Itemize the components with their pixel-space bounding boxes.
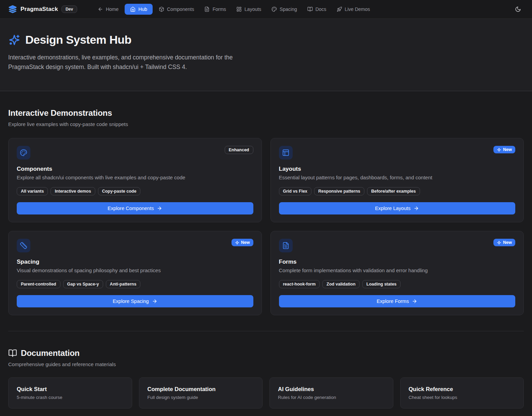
doc-card-title: Quick Reference: [409, 386, 516, 392]
panels-top-left-icon: [279, 146, 293, 160]
nav-item-hub[interactable]: Hub: [125, 4, 153, 15]
explore-layouts-button[interactable]: Explore Layouts: [279, 202, 516, 214]
hero-section: Design System Hub Interactive demonstrat…: [0, 19, 532, 91]
demo-card-forms: New Forms Complete form implementations …: [270, 231, 524, 315]
tag: react-hook-form: [279, 280, 320, 288]
tag: Grid vs Flex: [279, 187, 312, 195]
card-description: Essential layout patterns for pages, das…: [279, 175, 516, 180]
tag: Interactive demos: [51, 187, 95, 195]
palette-icon: [271, 6, 277, 12]
box-icon: [159, 6, 164, 12]
arrow-right-icon: [152, 299, 157, 304]
tag: Loading states: [362, 280, 401, 288]
sparkles-icon: [497, 240, 501, 245]
tag-row: react-hook-form Zod validation Loading s…: [279, 280, 516, 288]
arrow-left-icon: [98, 6, 103, 12]
nav-item-home[interactable]: Home: [94, 4, 123, 15]
doc-card-quick-reference[interactable]: Quick Reference Cheat sheet for lookups: [400, 377, 524, 408]
doc-card-ai-guidelines[interactable]: AI Guidelines Rules for AI code generati…: [269, 377, 393, 408]
nav-item-docs[interactable]: Docs: [303, 4, 331, 15]
demos-section-subtitle: Explore live examples with copy-paste co…: [8, 121, 524, 127]
demo-card-spacing: New Spacing Visual demonstrations of spa…: [8, 231, 262, 315]
tag: Zod validation: [322, 280, 360, 288]
brand[interactable]: PragmaStack Dev: [8, 5, 77, 14]
card-description: Explore all shadcn/ui components with li…: [17, 175, 253, 180]
doc-card-title: Complete Documentation: [148, 386, 254, 392]
home-icon: [130, 6, 136, 12]
card-description: Visual demonstrations of spacing philoso…: [17, 267, 253, 273]
doc-card-description: 5-minute crash course: [17, 395, 124, 400]
doc-card-description: Full design system guide: [148, 395, 254, 400]
demo-cards-grid: Enhanced Components Explore all shadcn/u…: [8, 138, 524, 315]
explore-components-button[interactable]: Explore Components: [17, 202, 253, 214]
tag: Parent-controlled: [17, 280, 60, 288]
arrow-right-icon: [414, 206, 419, 211]
tag: Copy-paste code: [98, 187, 141, 195]
page-title: Design System Hub: [25, 33, 131, 46]
tag-row: Parent-controlled Gap vs Space-y Anti-pa…: [17, 280, 253, 288]
doc-card-description: Cheat sheet for lookups: [409, 395, 516, 400]
explore-spacing-button[interactable]: Explore Spacing: [17, 295, 253, 307]
sparkles-icon: [8, 34, 20, 46]
sparkles-icon: [497, 148, 501, 152]
theme-toggle-button[interactable]: [512, 3, 524, 15]
tag-row: Grid vs Flex Responsive patterns Before/…: [279, 187, 516, 195]
demos-section-title: Interactive Demonstrations: [8, 108, 524, 118]
doc-card-title: Quick Start: [17, 386, 124, 392]
doc-cards-grid: Quick Start 5-minute crash course Comple…: [8, 377, 524, 408]
rocket-icon: [337, 6, 342, 12]
book-open-icon: [8, 349, 17, 358]
tag-row: All variants Interactive demos Copy-past…: [17, 187, 253, 195]
demo-card-layouts: New Layouts Essential layout patterns fo…: [270, 138, 524, 222]
new-badge: New: [493, 146, 515, 153]
layout-dashboard-icon: [236, 6, 242, 12]
doc-card-title: AI Guidelines: [278, 386, 385, 392]
file-text-icon: [204, 6, 210, 12]
nav-item-live-demos[interactable]: Live Demos: [333, 4, 374, 15]
top-navbar: PragmaStack Dev Home Hub Components Fo: [0, 0, 532, 19]
layers-logo-icon: [8, 5, 17, 14]
section-divider: [8, 331, 524, 331]
brand-name: PragmaStack: [20, 6, 58, 13]
main-nav: Home Hub Components Forms Layouts: [94, 4, 374, 15]
card-title: Spacing: [17, 259, 253, 265]
nav-item-forms[interactable]: Forms: [200, 4, 230, 15]
arrow-right-icon: [412, 299, 417, 304]
page-subtitle: Interactive demonstrations, live example…: [8, 53, 263, 72]
docs-section-title: Documentation: [21, 348, 80, 358]
tag: All variants: [17, 187, 48, 195]
explore-forms-button[interactable]: Explore Forms: [279, 295, 516, 307]
nav-item-spacing[interactable]: Spacing: [267, 4, 301, 15]
doc-card-complete-documentation[interactable]: Complete Documentation Full design syste…: [139, 377, 263, 408]
card-description: Complete form implementations with valid…: [279, 267, 516, 273]
main-content: Interactive Demonstrations Explore live …: [0, 108, 532, 415]
doc-card-description: Rules for AI code generation: [278, 395, 385, 400]
new-badge: New: [232, 239, 253, 246]
enhanced-badge: Enhanced: [225, 146, 253, 154]
nav-item-layouts[interactable]: Layouts: [232, 4, 265, 15]
demo-card-components: Enhanced Components Explore all shadcn/u…: [8, 138, 262, 222]
dev-badge: Dev: [61, 5, 77, 13]
demos-section-header: Interactive Demonstrations Explore live …: [8, 108, 524, 127]
new-badge: New: [493, 239, 515, 246]
docs-section-header: Documentation Comprehensive guides and r…: [8, 348, 524, 367]
tag: Anti-patterns: [106, 280, 141, 288]
sparkles-icon: [235, 240, 239, 245]
tag: Before/after examples: [367, 187, 420, 195]
docs-section-subtitle: Comprehensive guides and reference mater…: [8, 361, 524, 367]
card-title: Components: [17, 166, 253, 172]
arrow-right-icon: [157, 206, 162, 211]
card-title: Layouts: [279, 166, 516, 172]
palette-icon: [17, 146, 30, 160]
tag: Responsive patterns: [314, 187, 364, 195]
moon-icon: [515, 6, 521, 12]
doc-card-quick-start[interactable]: Quick Start 5-minute crash course: [8, 377, 132, 408]
book-open-icon: [307, 6, 313, 12]
ruler-icon: [17, 239, 30, 252]
nav-item-components[interactable]: Components: [155, 4, 198, 15]
tag: Gap vs Space-y: [63, 280, 103, 288]
card-title: Forms: [279, 259, 516, 265]
file-text-icon: [279, 239, 293, 252]
